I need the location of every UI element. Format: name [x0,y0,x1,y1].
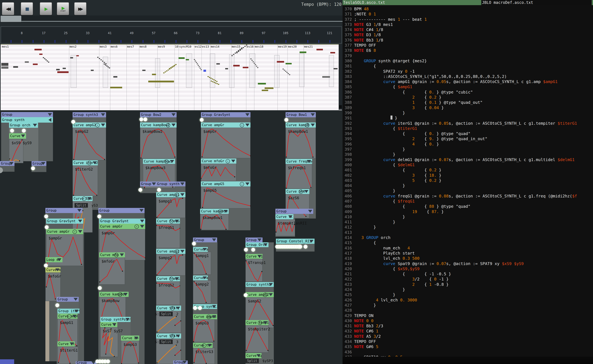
group-header[interactable]: Group [193,238,217,242]
curve-header[interactable]: Curve kampBow↑ [99,292,129,297]
chevron-down-icon[interactable] [224,210,228,213]
curve-header[interactable]: Curve a [193,247,208,252]
promote-up-icon[interactable]: ↑ [207,315,211,319]
chevron-down-icon[interactable] [203,276,207,279]
curve-plot[interactable]: $kampBow1 [286,128,316,158]
group-header[interactable]: Group Bow2 [140,112,176,117]
curve-plot[interactable]: $ampG3 [193,319,215,342]
curve-header[interactable]: Curve mfo↑ [99,252,125,257]
chevron-down-icon[interactable] [87,197,91,200]
code-editor[interactable]: TeslaSOLO.asco.txtJBLO macroDef.asco.txt… [343,0,593,364]
chevron-down-icon[interactable] [134,337,138,339]
chevron-down-icon[interactable] [55,268,59,271]
group-header[interactable]: Group synth3 [73,112,106,117]
promote-up-icon[interactable]: ↑ [114,253,118,257]
piano-note[interactable] [258,83,266,84]
piano-note[interactable] [1,63,8,66]
piano-note[interactable] [1,66,8,69]
piano-note[interactable] [152,74,156,75]
curve-header[interactable]: Curve SPAT3↑ [156,333,181,338]
chevron-down-icon[interactable] [176,307,180,310]
piano-note[interactable] [25,61,29,63]
group-header[interactable]: Group [46,208,82,213]
chevron-down-icon[interactable] [288,215,293,218]
group-header[interactable]: Group Bow1 [286,112,316,117]
chevron-down-icon[interactable] [257,239,261,241]
curve-header[interactable]: Curve m [46,267,60,273]
curve-header[interactable]: Curve a [193,275,208,280]
breakpoint-ball[interactable] [138,188,142,192]
chevron-down-icon[interactable] [93,161,97,164]
breakpoint-ball[interactable] [71,120,75,124]
curve-header[interactable]: Curve ampG3↑ [193,314,217,319]
curve-plot[interactable]: $freqG2 [156,281,180,305]
curve-header[interactable]: Curve ampG5↑ [201,181,250,187]
tab-teslasolo[interactable]: TeslaSOLO.asco.txt [343,0,481,5]
promote-up-icon[interactable]: ↑ [175,249,179,254]
chevron-down-icon[interactable] [311,124,315,126]
group-header[interactable]: Group [32,161,46,166]
chevron-down-icon[interactable] [48,113,52,116]
chevron-down-icon[interactable] [208,344,212,347]
promote-up-icon[interactable]: ↑ [258,321,262,325]
breakpoint-ball[interactable] [284,118,288,122]
code-area[interactable]: 370BPM 48371;NOTE 0 1372; ----------- me… [343,6,593,360]
piano-note[interactable] [142,70,145,71]
promote-up-icon[interactable]: ↑ [73,230,77,234]
promote-up-icon[interactable]: ↑ [170,306,175,310]
breakpoint-ball[interactable] [200,118,204,122]
curve-plot[interactable]: $ampG3 [121,341,139,364]
chevron-down-icon[interactable] [176,335,180,338]
curve-header[interactable]: Curve freqG1↑ [156,219,180,224]
breakpoint-ball[interactable] [45,225,49,229]
curve-header[interactable]: Curve ampGr↑ [46,229,83,234]
promote-up-icon[interactable]: ↑ [118,292,122,297]
chevron-down-icon[interactable] [245,124,249,126]
chevron-down-icon[interactable] [91,361,96,364]
group-header[interactable]: Group [173,360,188,364]
curve-plot[interactable]: $kampBow2 [140,128,176,158]
curve-plot[interactable]: $ampG2 [73,128,106,160]
group-header[interactable]: Group synth [1,117,53,123]
chevron-down-icon[interactable] [72,315,77,318]
curve-plot[interactable]: $xS9 $yS9 [9,139,23,163]
curve-header[interactable]: Curve freqBow [286,159,312,164]
curve-plot[interactable]: $kfreqb1 [286,164,312,188]
breakpoint-ball[interactable] [31,166,35,170]
breakpoint-ball[interactable] [192,242,196,246]
chevron-down-icon[interactable] [41,162,46,165]
group-header[interactable]: Group synth2 [246,282,274,287]
promote-up-icon[interactable]: ↑ [202,343,206,348]
group-header[interactable]: Group [57,297,79,302]
chevron-down-icon[interactable] [101,124,105,126]
piano-note[interactable] [277,61,284,63]
promote-up-icon[interactable]: ↑ [95,123,100,127]
split-box[interactable]: Split [75,203,88,208]
breakpoint-ball[interactable] [193,306,197,310]
chevron-down-icon[interactable] [9,162,13,165]
promote-up-icon[interactable]: ↑ [170,334,175,338]
chevron-down-icon[interactable] [245,182,249,185]
chevron-down-icon[interactable] [257,255,261,258]
breakpoint-ball[interactable] [97,214,101,218]
group-header[interactable]: Group GravSynt [99,219,145,224]
chevron-down-icon[interactable] [57,258,61,261]
chevron-down-icon[interactable] [112,323,116,326]
curve-header[interactable]: Curve [9,133,26,139]
group-header[interactable]: Group [98,208,144,213]
group-header[interactable]: Group [0,161,14,166]
curve-plot[interactable]: $titerG3 [193,348,215,364]
piano-note[interactable] [34,49,42,50]
promote-up-icon[interactable]: ↑ [82,197,86,201]
curve-header[interactable]: Loop m [46,257,62,262]
chevron-down-icon[interactable] [311,113,315,116]
chevron-down-icon[interactable] [182,361,187,364]
chevron-down-icon[interactable] [70,342,74,345]
chevron-down-icon[interactable] [309,240,313,243]
piano-note[interactable] [13,66,18,68]
chevron-down-icon[interactable] [180,182,184,185]
group-header[interactable]: Group [76,361,97,364]
group-header[interactable]: Group GravSynt [46,219,83,224]
curve-plot[interactable]: $tempiter2 [246,325,268,353]
chevron-down-icon[interactable] [308,210,312,213]
